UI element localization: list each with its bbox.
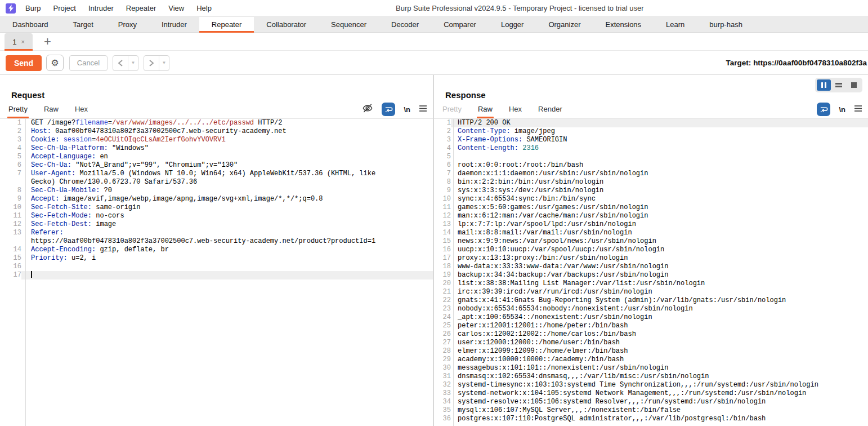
request-line[interactable]: 4Sec-Ch-Ua-Platform: "Windows" [0, 144, 433, 153]
tab-decoder[interactable]: Decoder [379, 17, 431, 32]
response-line[interactable]: 10sync:x:4:65534:sync:/bin:/bin/sync [434, 195, 868, 203]
request-line[interactable]: 13Referer: [0, 229, 433, 237]
request-line[interactable]: 14Accept-Encoding: gzip, deflate, br [0, 246, 433, 254]
menu-burp[interactable]: Burp [19, 0, 47, 16]
request-tab-hex[interactable]: Hex [74, 100, 89, 118]
response-line[interactable]: 36postgres:x:107:110:PostgreSQL administ… [434, 415, 868, 423]
response-tab-hex[interactable]: Hex [508, 100, 523, 118]
response-line[interactable]: 29academy:x:10000:10000::/academy:/bin/b… [434, 356, 868, 364]
back-button[interactable]: ▼ [113, 55, 138, 71]
request-line[interactable]: 16 [0, 263, 433, 271]
request-line[interactable]: 2Host: 0aaf00bf0478310a802f3a37002500c7.… [0, 127, 433, 136]
tab-target[interactable]: Target [61, 17, 106, 32]
response-line[interactable]: 11games:x:5:60:games:/usr/games:/usr/sbi… [434, 203, 868, 212]
tab-intruder[interactable]: Intruder [149, 17, 199, 32]
tab-collaborator[interactable]: Collaborator [254, 17, 319, 32]
close-tab-icon[interactable]: × [21, 38, 24, 45]
tab-organizer[interactable]: Organizer [536, 17, 593, 32]
response-line[interactable]: 27user:x:12000:12000::/home/user:/bin/ba… [434, 339, 868, 347]
request-line[interactable]: 10Sec-Fetch-Site: same-origin [0, 203, 433, 212]
request-line[interactable]: 17 [0, 271, 433, 279]
tab-comparer[interactable]: Comparer [431, 17, 489, 32]
request-line[interactable]: 5Accept-Language: en [0, 153, 433, 161]
request-line[interactable]: 12Sec-Fetch-Dest: image [0, 220, 433, 229]
response-line[interactable]: 15news:x:9:9:news:/var/spool/news:/usr/s… [434, 237, 868, 246]
response-line[interactable]: 3X-Frame-Options: SAMEORIGIN [434, 136, 868, 144]
response-line[interactable]: 33systemd-network:x:104:105:systemd Netw… [434, 389, 868, 398]
request-line[interactable]: 3Cookie: session=4eOCUitOIqcCLsAm2IerfGo… [0, 136, 433, 144]
request-line[interactable]: 1GET /image?filename=/var/www/images/../… [0, 119, 433, 127]
send-settings-button[interactable]: ⚙ [46, 55, 64, 71]
request-editor[interactable]: 1GET /image?filename=/var/www/images/../… [0, 119, 433, 426]
response-line[interactable]: 1HTTP/2 200 OK [434, 119, 868, 127]
word-wrap-icon[interactable] [382, 103, 395, 116]
response-editor[interactable]: 1HTTP/2 200 OK2Content-Type: image/jpeg3… [434, 119, 868, 426]
response-line[interactable]: 4Content-Length: 2316 [434, 144, 868, 153]
response-line[interactable]: 6root:x:0:0:root:/root:/bin/bash [434, 161, 868, 170]
menu-help[interactable]: Help [190, 0, 218, 16]
response-line[interactable]: 20list:x:38:38:Mailing List Manager:/var… [434, 279, 868, 288]
layout-single-button[interactable] [847, 79, 861, 91]
tab-extensions[interactable]: Extensions [593, 17, 654, 32]
response-line[interactable]: 31dnsmasq:x:102:65534:dnsmasq,,,:/var/li… [434, 372, 868, 381]
response-line[interactable]: 19backup:x:34:34:backup:/var/backups:/us… [434, 271, 868, 279]
request-tab-raw[interactable]: Raw [43, 100, 60, 118]
repeater-tab-1[interactable]: 1 × [5, 33, 33, 50]
tab-burp-hash[interactable]: burp-hash [697, 17, 755, 32]
response-line[interactable]: 8bin:x:2:2:bin:/bin:/usr/sbin/nologin [434, 178, 868, 187]
request-line[interactable]: 11Sec-Fetch-Mode: no-cors [0, 212, 433, 220]
request-menu-icon[interactable] [419, 104, 427, 114]
response-tab-pretty[interactable]: Pretty [441, 100, 463, 118]
response-line[interactable]: 23nobody:x:65534:65534:nobody:/nonexiste… [434, 305, 868, 313]
tab-sequencer[interactable]: Sequencer [319, 17, 379, 32]
tab-repeater[interactable]: Repeater [199, 17, 254, 32]
tab-logger[interactable]: Logger [489, 17, 536, 32]
back-history-dropdown-icon[interactable]: ▼ [128, 60, 138, 65]
response-line[interactable]: 30messagebus:x:101:101::/nonexistent:/us… [434, 364, 868, 372]
request-tab-pretty[interactable]: Pretty [7, 100, 29, 118]
word-wrap-icon[interactable] [817, 103, 830, 116]
tab-proxy[interactable]: Proxy [106, 17, 149, 32]
layout-rows-button[interactable] [832, 79, 846, 91]
response-line[interactable]: 32systemd-timesync:x:103:103:systemd Tim… [434, 381, 868, 389]
tab-dashboard[interactable]: Dashboard [0, 17, 61, 32]
response-line[interactable]: 28elmer:x:12099:12099::/home/elmer:/bin/… [434, 347, 868, 356]
response-line[interactable]: 26carlos:x:12002:12002::/home/carlos:/bi… [434, 330, 868, 339]
response-line[interactable]: 12man:x:6:12:man:/var/cache/man:/usr/sbi… [434, 212, 868, 220]
response-line[interactable]: 24_apt:x:100:65534::/nonexistent:/usr/sb… [434, 313, 868, 322]
response-line[interactable]: 2Content-Type: image/jpeg [434, 127, 868, 136]
menu-intruder[interactable]: Intruder [82, 0, 120, 16]
response-line[interactable]: 9sys:x:3:3:sys:/dev:/usr/sbin/nologin [434, 187, 868, 195]
response-tab-render[interactable]: Render [537, 100, 563, 118]
response-line[interactable]: 13lp:x:7:7:lp:/var/spool/lpd:/usr/sbin/n… [434, 220, 868, 229]
forward-history-dropdown-icon[interactable]: ▼ [159, 60, 169, 65]
response-line[interactable]: 21irc:x:39:39:ircd:/var/run/ircd:/usr/sb… [434, 288, 868, 296]
response-line[interactable]: 5 [434, 153, 868, 161]
response-menu-icon[interactable] [854, 104, 862, 114]
response-tab-raw[interactable]: Raw [477, 100, 494, 118]
request-line[interactable]: Gecko) Chrome/130.0.6723.70 Safari/537.3… [0, 178, 433, 187]
response-line[interactable]: 17proxy:x:13:13:proxy:/bin:/usr/sbin/nol… [434, 254, 868, 263]
response-line[interactable]: 16uucp:x:10:10:uucp:/var/spool/uucp:/usr… [434, 246, 868, 254]
response-line[interactable]: 14mail:x:8:8:mail:/var/mail:/usr/sbin/no… [434, 229, 868, 237]
response-line[interactable]: 22gnats:x:41:41:Gnats Bug-Reporting Syst… [434, 296, 868, 305]
send-button[interactable]: Send [6, 55, 42, 71]
request-line[interactable]: 7User-Agent: Mozilla/5.0 (Windows NT 10.… [0, 170, 433, 178]
request-line[interactable]: 9Accept: image/avif,image/webp,image/apn… [0, 195, 433, 203]
menu-repeater[interactable]: Repeater [120, 0, 162, 16]
layout-columns-button[interactable] [817, 79, 831, 91]
hide-nonprintable-icon[interactable] [362, 103, 373, 116]
response-line[interactable]: 35mysql:x:106:107:MySQL Server,,,:/nonex… [434, 406, 868, 415]
request-line[interactable]: 15Priority: u=2, i [0, 254, 433, 263]
response-line[interactable]: 7daemon:x:1:1:daemon:/usr/sbin:/usr/sbin… [434, 170, 868, 178]
request-line[interactable]: 6Sec-Ch-Ua: "Not?A_Brand";v="99", "Chrom… [0, 161, 433, 170]
response-line[interactable]: 34systemd-resolve:x:105:106:systemd Reso… [434, 398, 868, 406]
request-line[interactable]: 8Sec-Ch-Ua-Mobile: ?0 [0, 187, 433, 195]
tab-learn[interactable]: Learn [654, 17, 697, 32]
forward-button[interactable]: ▼ [144, 55, 169, 71]
cancel-button[interactable]: Cancel [69, 55, 108, 71]
response-line[interactable]: 25peter:x:12001:12001::/home/peter:/bin/… [434, 322, 868, 330]
request-line[interactable]: https://0aaf00bf0478310a802f3a37002500c7… [0, 237, 433, 246]
show-newlines-icon[interactable]: \n [404, 105, 410, 114]
show-newlines-icon[interactable]: \n [839, 105, 845, 114]
